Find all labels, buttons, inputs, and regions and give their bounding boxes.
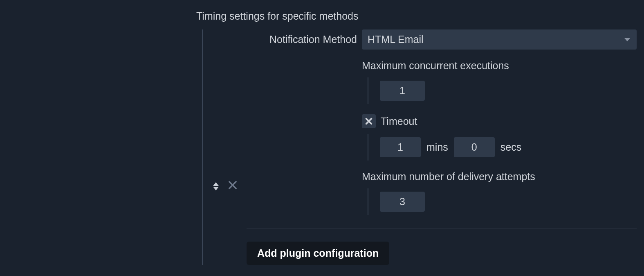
max-attempts-input[interactable] [380,192,425,212]
notification-method-row: Notification Method [247,29,637,50]
close-icon [227,179,238,191]
notification-method-label: Notification Method [247,34,362,45]
max-concurrent-label: Maximum concurrent executions [362,60,637,72]
chevron-up-icon [213,182,219,186]
max-attempts-section: Maximum number of delivery attempts [362,171,637,215]
timeout-checkbox[interactable] [362,114,376,128]
form-fields: Notification Method Maximum concurrent e… [247,29,637,265]
section-title: Timing settings for specific methods [196,10,637,22]
timeout-secs-input[interactable] [454,137,495,157]
mins-unit-label: mins [426,141,448,153]
remove-button[interactable] [227,179,238,193]
row-controls [213,29,247,265]
add-plugin-config-button[interactable]: Add plugin configuration [247,242,389,265]
secs-unit-label: secs [500,141,521,153]
chevron-down-icon [213,187,219,190]
max-concurrent-section: Maximum concurrent executions [362,60,637,104]
divider [247,228,637,228]
timeout-section: Timeout mins secs [362,114,637,161]
notification-method-select[interactable] [362,29,637,50]
max-attempts-label: Maximum number of delivery attempts [362,171,637,183]
reorder-control[interactable] [213,182,219,190]
timeout-mins-input[interactable] [380,137,421,157]
timeout-label: Timeout [381,115,417,127]
max-concurrent-input[interactable] [380,81,425,101]
check-icon [364,117,373,126]
config-block: Notification Method Maximum concurrent e… [202,29,637,265]
